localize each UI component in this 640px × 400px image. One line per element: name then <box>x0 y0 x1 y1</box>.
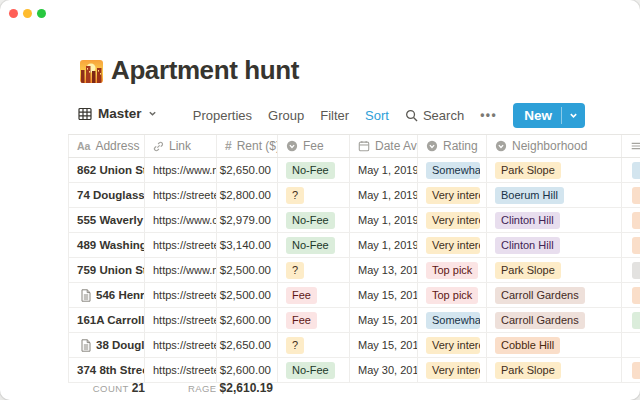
properties-button[interactable]: Properties <box>193 108 252 123</box>
cell-link[interactable]: https://streetea <box>145 358 217 382</box>
cell-neighborhood[interactable]: Cobble Hill <box>487 333 622 357</box>
cell-rent[interactable]: $2,979.00 <box>217 208 278 232</box>
column-header-hidden[interactable] <box>622 135 640 157</box>
tag[interactable]: Park Slope <box>495 162 561 179</box>
cell-link[interactable]: https://streetea <box>145 308 217 332</box>
cell-link[interactable]: https://streetea <box>145 233 217 257</box>
column-header-neighborhood[interactable]: Neighborhood <box>487 135 622 157</box>
tag[interactable]: Very intereste <box>426 237 480 254</box>
view-switcher[interactable]: Master <box>78 106 157 121</box>
cell-date-available[interactable]: May 1, 2019 <box>350 183 418 207</box>
cell-fee[interactable]: No-Fee <box>278 358 350 382</box>
cell-neighborhood[interactable]: Clinton Hill <box>487 208 622 232</box>
tag[interactable]: Very intereste <box>426 362 480 379</box>
cell-neighborhood[interactable]: Park Slope <box>487 158 622 182</box>
cell-date-available[interactable]: May 30, 2019 <box>350 358 418 382</box>
tag[interactable]: No-Fee <box>286 162 335 179</box>
cell-rating[interactable]: Very intereste <box>418 233 487 257</box>
zoom-window-button[interactable] <box>37 9 46 18</box>
cell-fee[interactable]: Fee <box>278 283 350 307</box>
tag[interactable]: Carroll Gardens <box>495 312 585 329</box>
column-header-address[interactable]: AaAddress <box>68 135 145 157</box>
tag[interactable]: Somewhat inte <box>426 312 480 329</box>
tag[interactable]: Very intereste <box>426 187 480 204</box>
cell-rating[interactable]: Top pick <box>418 283 487 307</box>
cell-link[interactable]: https://streetea <box>145 333 217 357</box>
cell-hidden-column[interactable] <box>622 233 640 257</box>
cell-rent[interactable]: $3,140.00 <box>217 233 278 257</box>
cell-rating[interactable]: Somewhat inte <box>418 158 487 182</box>
tag[interactable]: Fee <box>286 312 317 329</box>
cell-fee[interactable]: ? <box>278 183 350 207</box>
minimize-window-button[interactable] <box>23 9 32 18</box>
tag[interactable]: ? <box>286 187 304 204</box>
cell-neighborhood[interactable]: Boerum Hill <box>487 183 622 207</box>
tag[interactable]: Clinton Hill <box>495 237 560 254</box>
tag[interactable]: Fee <box>286 287 317 304</box>
cell-hidden-column[interactable] <box>622 208 640 232</box>
cell-rent[interactable]: $2,650.00 <box>217 333 278 357</box>
cell-address[interactable]: 862 Union Stre <box>68 158 145 182</box>
tag[interactable]: Cobble Hill <box>495 337 560 354</box>
cell-hidden-column[interactable] <box>622 283 640 307</box>
column-header-fee[interactable]: Fee <box>278 135 350 157</box>
group-button[interactable]: Group <box>268 108 304 123</box>
cell-rent[interactable]: $2,500.00 <box>217 258 278 282</box>
cell-link[interactable]: https://www.cit <box>145 208 217 232</box>
cell-hidden-column[interactable] <box>622 358 640 382</box>
cell-date-available[interactable]: May 1, 2019 <box>350 208 418 232</box>
cell-rating[interactable]: Very intereste <box>418 183 487 207</box>
cell-date-available[interactable]: May 15, 2019 <box>350 333 418 357</box>
tag[interactable]: Park Slope <box>495 262 561 279</box>
tag[interactable]: Top pick <box>426 262 478 279</box>
cell-date-available[interactable]: May 15, 2019 <box>350 308 418 332</box>
cell-rating[interactable]: Somewhat inte <box>418 308 487 332</box>
tag[interactable]: No-Fee <box>286 212 335 229</box>
cell-address[interactable]: 374 8th Street <box>68 358 145 382</box>
cell-hidden-column[interactable] <box>622 183 640 207</box>
sort-button[interactable]: Sort <box>365 108 389 123</box>
cell-hidden-column[interactable] <box>622 158 640 182</box>
cell-address[interactable]: 38 Dougla <box>68 333 145 357</box>
cell-address[interactable]: 555 Waverly A <box>68 208 145 232</box>
cell-date-available[interactable]: May 15, 2019 <box>350 283 418 307</box>
page-title[interactable]: Apartment hunt <box>111 55 299 86</box>
column-header-rating[interactable]: Rating <box>418 135 487 157</box>
more-options-button[interactable]: ••• <box>480 108 497 122</box>
cell-rent[interactable]: $2,600.00 <box>217 358 278 382</box>
tag[interactable]: Park Slope <box>495 362 561 379</box>
cell-address[interactable]: 759 Union Stre <box>68 258 145 282</box>
cell-address[interactable]: 161A Carroll St <box>68 308 145 332</box>
cell-link[interactable]: https://streetea <box>145 283 217 307</box>
cell-address[interactable]: 546 Henry <box>68 283 145 307</box>
cell-link[interactable]: https://www.na <box>145 258 217 282</box>
close-window-button[interactable] <box>9 9 18 18</box>
cell-neighborhood[interactable]: Carroll Gardens <box>487 283 622 307</box>
tag[interactable]: Clinton Hill <box>495 212 560 229</box>
tag[interactable]: Top pick <box>426 287 478 304</box>
cell-fee[interactable]: No-Fee <box>278 158 350 182</box>
cell-link[interactable]: https://www.na <box>145 158 217 182</box>
cell-neighborhood[interactable]: Park Slope <box>487 258 622 282</box>
cell-rating[interactable]: Top pick <box>418 258 487 282</box>
cell-hidden-column[interactable] <box>622 333 640 357</box>
tag[interactable]: No-Fee <box>286 237 335 254</box>
search-button[interactable]: Search <box>405 108 464 123</box>
cell-rent[interactable]: $2,650.00 <box>217 158 278 182</box>
new-button[interactable]: New <box>513 103 585 128</box>
tag[interactable]: Somewhat inte <box>426 162 480 179</box>
cell-fee[interactable]: ? <box>278 258 350 282</box>
cell-address[interactable]: 489 Washingt <box>68 233 145 257</box>
cell-fee[interactable]: No-Fee <box>278 208 350 232</box>
cell-neighborhood[interactable]: Park Slope <box>487 358 622 382</box>
cell-address[interactable]: 74 Douglass St <box>68 183 145 207</box>
column-header-rent[interactable]: #Rent ($) <box>217 135 278 157</box>
cell-fee[interactable]: ? <box>278 333 350 357</box>
tag[interactable]: Boerum Hill <box>495 187 564 204</box>
cell-date-available[interactable]: May 1, 2019 <box>350 158 418 182</box>
tag[interactable]: Carroll Gardens <box>495 287 585 304</box>
tag[interactable]: No-Fee <box>286 362 335 379</box>
count-aggregate[interactable]: COUNT21 <box>68 381 145 395</box>
cell-date-available[interactable]: May 13, 2019 <box>350 258 418 282</box>
cell-rent[interactable]: $2,600.00 <box>217 308 278 332</box>
